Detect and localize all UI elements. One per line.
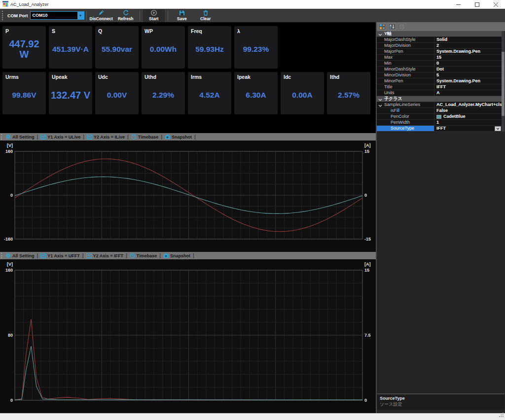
dropdown-button[interactable] (495, 126, 501, 131)
tile-label: Ithd (327, 72, 370, 80)
property-row-minordivision[interactable]: MinorDivision5 (377, 72, 502, 78)
save-button[interactable]: Save (171, 9, 193, 22)
chart-toolbar-separator: | (82, 253, 84, 258)
tile-label: WP (142, 26, 185, 34)
chart-canvas: 1600-160[V]150-15[A] (0, 140, 376, 252)
toolbar-button-label: DisConnect (90, 16, 113, 21)
gear-icon (5, 253, 11, 258)
chart-tool-label: Snapshot (172, 135, 192, 140)
com-port-label: COM Port (7, 13, 28, 18)
tile-label: Upeak (49, 72, 92, 80)
toolbar-separator (140, 11, 140, 21)
tile-label: Ipeak (234, 72, 278, 80)
alphabetical-sort-icon[interactable]: AZ (388, 23, 396, 30)
tile-label: Uthd (142, 72, 185, 80)
chart-toolbar-grip[interactable] (1, 253, 2, 258)
y2-tick-label: 15 (364, 149, 369, 154)
close-button[interactable] (486, 0, 505, 9)
tile-value: 4.52A (188, 80, 231, 114)
chart-tool-all-setting[interactable]: All Setting (5, 253, 35, 258)
refresh-button[interactable]: Refresh (115, 9, 137, 22)
property-row-penwidth[interactable]: PenWidth1 (377, 120, 502, 126)
camera-icon (165, 134, 170, 140)
chart-tool-label: Timebase (137, 253, 157, 258)
property-category[interactable]: Y軸 (377, 31, 502, 37)
play-icon (151, 10, 157, 16)
resize-grip-icon[interactable] (499, 411, 504, 420)
tile-q: Q 55.90var (95, 26, 139, 69)
property-value: Solid (436, 37, 447, 42)
property-row-majordashstyle[interactable]: MajorDashStyleSolid (377, 37, 502, 43)
property-value: IFFT (436, 84, 446, 90)
tile-value: 6.30A (234, 80, 278, 114)
chart-tool-y2-axis-ifft[interactable]: Y2 Axis = IFFT (86, 253, 123, 258)
property-row-minordashstyle[interactable]: MinorDashStyleDot (377, 67, 502, 72)
com-port-select[interactable]: COM10 ▾ (30, 11, 84, 20)
property-name: MajorDivision (384, 43, 411, 48)
property-category[interactable]: 子クラス (377, 96, 502, 102)
chart-toolbar-grip[interactable] (1, 134, 2, 140)
property-value: 2 (436, 43, 439, 48)
chart-toolbar-separator: | (126, 253, 127, 258)
property-value: 1 (436, 120, 439, 125)
chart-tool-timebase[interactable]: Timebase (130, 253, 157, 258)
tile-label: P (2, 26, 46, 34)
minimize-button[interactable] (449, 0, 468, 9)
chart-toolbar-separator: | (127, 134, 129, 140)
chart1-plot[interactable]: 1600-160[V]150-15[A] (0, 140, 376, 252)
chart-icon (86, 253, 92, 258)
chart-canvas: 160800[V]157.50[A] (0, 259, 376, 413)
chart-tool-timebase[interactable]: Timebase (131, 134, 158, 140)
toolbar-button-label: Save (177, 16, 187, 21)
clock-icon (130, 253, 135, 258)
maximize-button[interactable] (468, 0, 486, 9)
tiles-row-2: Urms 99.86VUpeak 132.47 VUdc 0.00VUthd 2… (2, 72, 370, 114)
chart2-plot[interactable]: 160800[V]157.50[A] (0, 259, 376, 413)
property-name: Units (384, 90, 395, 95)
property-name: MajorPen (384, 49, 403, 54)
tile-idc: Idc 0.00A (281, 72, 324, 114)
categorized-view-icon[interactable] (378, 23, 386, 30)
start-button[interactable]: Start (143, 9, 165, 22)
property-row-samplelineseries[interactable]: SampleLineSeriesAC_Load_Anlyzer.MyChart+… (377, 102, 502, 108)
property-value: A (436, 90, 440, 96)
property-name: PenColor (391, 114, 409, 119)
y2-tick-label: -15 (364, 237, 371, 242)
property-row-isfill[interactable]: isFillFalse (377, 108, 502, 114)
tile-freq: Freq 59.93Hz (188, 26, 231, 69)
chart-tool-snapshot[interactable]: Snapshot (163, 253, 190, 258)
chart-tool-y2-axis-ilive[interactable]: Y2 Axis = ILive (87, 134, 125, 140)
chevron-down-icon[interactable]: ▾ (77, 12, 84, 19)
property-row-sourcetype[interactable]: SourceTypeIFFT (377, 126, 502, 132)
tile-value: 59.93Hz (188, 34, 231, 69)
property-row-min[interactable]: Min0 (377, 61, 502, 67)
chevron-down-icon[interactable] (378, 104, 382, 108)
chart-tool-snapshot[interactable]: Snapshot (165, 134, 192, 140)
y1-tick-label: 80 (8, 333, 13, 338)
property-row-max[interactable]: Max15 (377, 55, 502, 61)
tile-label: Udc (95, 72, 139, 80)
chart-tool-all-setting[interactable]: All Setting (5, 134, 35, 140)
y2-tick-label: 7.5 (364, 333, 371, 338)
property-row-units[interactable]: UnitsA (377, 90, 502, 96)
property-row-majordivision[interactable]: MajorDivision2 (377, 43, 502, 49)
chart-toolbar-separator: | (193, 253, 194, 258)
clear-button[interactable]: Clear (195, 9, 216, 22)
window-title: AC_Load_Analyzer (10, 2, 49, 7)
chart-icon (40, 253, 46, 258)
scrollbar-thumb[interactable] (502, 52, 505, 116)
tile-udc: Udc 0.00V (95, 72, 139, 114)
save-icon (179, 10, 185, 16)
property-row-title[interactable]: TitleIFFT (377, 84, 502, 90)
disconnect-button[interactable]: DisConnect (90, 9, 113, 22)
chart-tool-y1-axis-ulive[interactable]: Y1 Axis = ULive (40, 134, 80, 140)
property-grid-scrollbar[interactable] (502, 31, 505, 132)
chart-tool-y1-axis-ufft[interactable]: Y1 Axis = UFFT (40, 253, 79, 258)
property-name: Min (384, 61, 392, 66)
tile-value: 99.86V (2, 80, 46, 114)
property-row-minorpen[interactable]: MinorPenSystem.Drawing.Pen (377, 78, 502, 84)
property-row-pencolor[interactable]: PenColorCadetBlue (377, 114, 502, 120)
plug-icon (98, 10, 104, 16)
property-row-majorpen[interactable]: MajorPenSystem.Drawing.Pen (377, 49, 502, 55)
toolbar-grip[interactable] (2, 11, 3, 20)
